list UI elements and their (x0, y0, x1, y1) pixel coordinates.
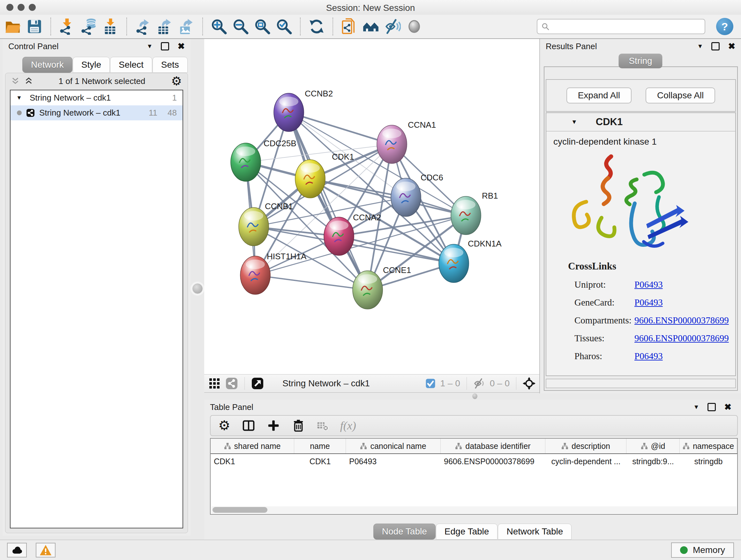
crosslink-link[interactable]: 9606.ENSP00000378699 (634, 333, 729, 344)
panel-menu-icon[interactable]: ▼ (693, 403, 699, 411)
results-scroll-strip[interactable] (546, 379, 736, 388)
import-network-icon[interactable] (59, 18, 75, 35)
node-count: 11 (149, 108, 157, 118)
search-box[interactable] (537, 19, 705, 34)
delete-table-icon[interactable] (317, 420, 329, 432)
refresh-icon[interactable] (308, 18, 325, 35)
view-share-icon[interactable] (225, 377, 238, 390)
table-options-gear-icon[interactable]: ⚙ (218, 419, 230, 432)
edge-CCNB2-CCNA1[interactable] (289, 112, 392, 144)
float-panel-icon[interactable] (711, 42, 720, 51)
grid-view-icon[interactable] (208, 377, 221, 390)
edge-CCNE1-HIST1H1A[interactable] (255, 275, 367, 290)
memory-button[interactable]: Memory (671, 543, 734, 558)
birds-eye-crosshair-icon[interactable] (523, 377, 536, 390)
tab-edge-table[interactable]: Edge Table (436, 523, 498, 540)
import-table-icon[interactable] (102, 18, 119, 35)
zoom-in-icon[interactable] (211, 18, 227, 35)
cloud-status-button[interactable] (7, 543, 27, 557)
show-eye-icon[interactable] (406, 18, 422, 35)
expand-all-icon[interactable] (24, 77, 33, 85)
column-header-label: name (310, 442, 330, 451)
warnings-button[interactable] (36, 543, 56, 557)
export-table-icon[interactable] (156, 18, 173, 35)
cell-@id[interactable]: stringdb:9... (626, 457, 680, 466)
node-label-CCNE1: CCNE1 (383, 265, 411, 275)
gene-section-header[interactable]: ▼ CDK1 (546, 113, 735, 132)
column-header-name[interactable]: name (294, 439, 346, 453)
collapse-all-button[interactable]: Collapse All (646, 87, 715, 104)
column-header-shared-name[interactable]: shared name (211, 439, 294, 453)
open-session-icon[interactable] (4, 18, 21, 35)
network-row[interactable]: String Network – cdk1 11 48 (10, 105, 183, 120)
save-session-icon[interactable] (26, 18, 43, 35)
cell-namespace[interactable]: stringdb (680, 457, 737, 466)
column-header-namespace[interactable]: namespace (680, 439, 737, 453)
crosslink-link[interactable]: P06493 (634, 297, 663, 308)
zoom-selected-icon[interactable] (276, 18, 292, 35)
hidden-eye-icon[interactable] (473, 377, 485, 389)
edge-CCNB2-CCNE1[interactable] (289, 112, 367, 290)
column-header-description[interactable]: description (545, 439, 626, 453)
export-image-icon[interactable] (178, 18, 195, 35)
collapse-all-icon[interactable] (11, 77, 19, 85)
column-header-label: namespace (693, 442, 734, 451)
network-graph[interactable]: CCNB2CCNA1CDC25BCDK1CDC6RB1CCNB1CCNA2CDK… (204, 39, 539, 374)
float-panel-icon[interactable] (161, 42, 169, 51)
cell-description[interactable]: cyclin-dependent ... (545, 457, 626, 466)
string-home-icon[interactable] (362, 18, 379, 35)
table-type-tabs: Node TableEdge TableNetwork Table (204, 523, 741, 540)
clone-network-icon[interactable] (341, 18, 357, 35)
scrollbar-thumb[interactable] (212, 507, 267, 513)
tree-expand-icon[interactable]: ▼ (16, 95, 25, 101)
help-button[interactable]: ? (716, 18, 733, 35)
function-builder-icon[interactable]: f(x) (340, 419, 356, 432)
add-column-icon[interactable] (267, 419, 280, 432)
tab-style[interactable]: Style (73, 57, 110, 73)
network-canvas[interactable]: CCNB2CCNA1CDC25BCDK1CDC6RB1CCNB1CCNA2CDK… (204, 39, 539, 374)
show-columns-icon[interactable] (242, 419, 255, 432)
tab-network[interactable]: Network (22, 57, 72, 73)
left-splitter-handle[interactable] (192, 284, 203, 294)
tab-network-table[interactable]: Network Table (498, 523, 571, 540)
table-horizontal-scrollbar[interactable] (211, 506, 737, 513)
close-panel-icon[interactable]: ✖ (724, 402, 731, 412)
column-header-@id[interactable]: @id (626, 439, 680, 453)
tab-select[interactable]: Select (110, 57, 152, 73)
node-gloss (444, 248, 463, 257)
horizontal-splitter[interactable] (204, 393, 741, 400)
node-gloss (396, 182, 415, 191)
zoom-fit-icon[interactable] (254, 18, 271, 35)
selected-checkbox-icon[interactable] (425, 378, 435, 388)
crosslink-link[interactable]: 9606.ENSP00000378699 (634, 315, 729, 326)
table-row[interactable]: CDK1CDK1P064939606.ENSP00000378699cyclin… (211, 454, 737, 469)
import-database-icon[interactable] (80, 18, 97, 35)
expand-all-button[interactable]: Expand All (566, 87, 631, 104)
panel-menu-icon[interactable]: ▼ (147, 43, 153, 50)
panel-menu-icon[interactable]: ▼ (697, 43, 703, 50)
close-panel-icon[interactable]: ✖ (728, 41, 735, 51)
cell-shared-name[interactable]: CDK1 (211, 457, 294, 466)
export-network-icon[interactable] (135, 18, 151, 35)
search-input[interactable] (552, 21, 701, 32)
cell-canonical-name[interactable]: P06493 (346, 457, 441, 466)
float-panel-icon[interactable] (708, 403, 716, 411)
tab-node-table[interactable]: Node Table (374, 523, 435, 540)
cell-name[interactable]: CDK1 (294, 457, 346, 466)
crosslink-link[interactable]: P06493 (634, 351, 663, 361)
open-full-view-icon[interactable] (251, 377, 264, 390)
close-panel-icon[interactable]: ✖ (178, 41, 185, 51)
section-caret-icon[interactable]: ▼ (571, 118, 577, 125)
horizontal-splitter-handle[interactable] (472, 393, 477, 399)
crosslink-link[interactable]: P06493 (634, 279, 663, 290)
tab-sets[interactable]: Sets (152, 57, 188, 73)
network-collection-row[interactable]: ▼ String Network – cdk1 1 (10, 90, 183, 105)
delete-column-icon[interactable] (292, 419, 305, 432)
hide-glasses-icon[interactable] (384, 18, 401, 35)
column-header-canonical-name[interactable]: canonical name (346, 439, 441, 453)
network-options-gear-icon[interactable]: ⚙ (171, 75, 182, 87)
tab-string[interactable]: String (618, 54, 662, 68)
column-header-database-identifier[interactable]: database identifier (441, 439, 545, 453)
cell-database-identifier[interactable]: 9606.ENSP00000378699 (441, 457, 545, 466)
zoom-out-icon[interactable] (232, 18, 249, 35)
